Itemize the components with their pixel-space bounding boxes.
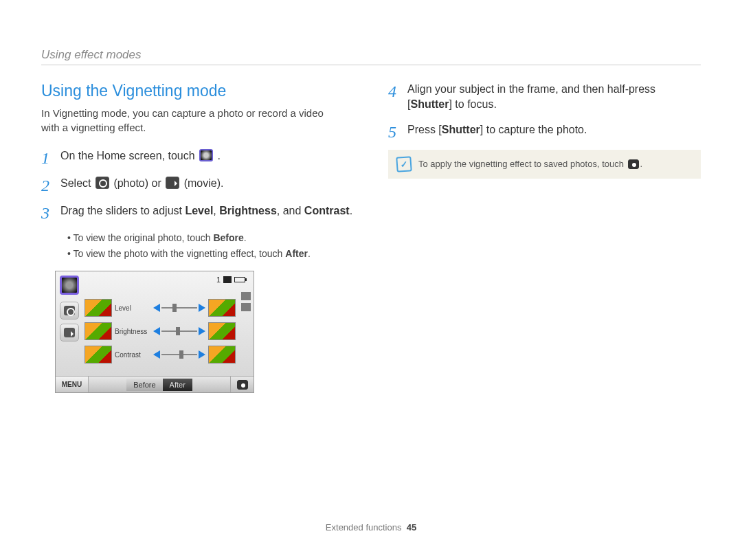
s3-c: , [213,205,219,216]
note-icon: ✓ [396,156,412,172]
menu-button[interactable]: MENU [56,377,89,392]
right-side-icons [241,292,251,311]
vignetting-mode-icon [199,149,213,161]
sub1a: To view the original photo, touch [74,232,214,243]
before-button[interactable]: Before [126,379,162,391]
sub1b: Before [213,232,243,243]
sd-card-icon [223,276,232,283]
left-column: Using the Vignetting mode In Vignetting … [41,82,354,393]
sub2c: . [308,248,311,259]
s5-c: ] to capture the photo. [480,124,587,135]
step-2-text-post: (movie). [184,177,224,189]
step-1-text-post: . [218,150,221,161]
step-4: 4 Align your subject in the frame, and t… [388,82,701,113]
thumb-before [85,299,112,317]
sub-item: To view the photo with the vignetting ef… [67,247,354,261]
thumb-before [85,322,112,340]
indicator-icon [241,292,251,300]
thumb-before [85,346,112,363]
step-2-text-pre: Select [60,177,94,189]
step-number: 4 [388,83,407,100]
section-intro: In Vignetting mode, you can capture a ph… [41,106,337,135]
slider-row-brightness: Brightness [85,322,236,340]
after-button[interactable]: After [163,379,192,391]
step-2: 2 Select (photo) or (movie). [41,176,354,194]
step-5: 5 Press [Shutter] to capture the photo. [388,122,701,140]
right-column: 4 Align your subject in the frame, and t… [388,82,701,393]
contrast-slider[interactable] [153,350,205,359]
saved-photos-icon [628,159,639,169]
thumb-after [208,346,236,363]
thumb-after [208,299,236,317]
movie-mode-button[interactable] [60,324,79,341]
step-1: 1 On the Home screen, touch . [41,148,354,166]
s3-g: . [350,205,352,216]
slider-label: Level [115,304,150,312]
note-pre: To apply the vignetting effect to saved … [418,159,627,169]
step-3-sublist: To view the original photo, touch Before… [67,231,354,261]
page-footer: Extended functions 45 [0,522,742,533]
battery-icon [234,277,245,282]
camera-icon [64,306,75,315]
sub2a: To view the photo with the vignetting ef… [74,248,286,259]
slider-panel: Level Brightness Contrast [85,299,236,369]
step-2-text-mid: (photo) or [113,177,164,189]
slider-row-level: Level [85,299,236,317]
s4-shutter: Shutter [410,98,449,110]
screen-bottom-bar: MENU Before After [56,376,254,392]
status-bar: 1 [216,276,245,284]
movie-icon [166,177,179,189]
step-3: 3 Drag the sliders to adjust Level, Brig… [41,203,354,221]
step-number: 2 [41,177,60,194]
s3-brightness: Brightness [219,205,277,216]
level-slider[interactable] [153,304,205,312]
brightness-slider[interactable] [153,327,205,335]
thumb-after [208,322,236,340]
photo-mode-button[interactable] [60,302,79,320]
screen-body: 1 [56,271,254,376]
note-post: . [640,159,643,169]
sub2b: After [285,248,308,259]
page-number: 45 [407,522,416,533]
movie-icon [64,328,75,337]
section-title: Using the Vignetting mode [41,82,354,100]
sub-item: To view the original photo, touch Before… [67,231,354,245]
shots-counter: 1 [216,276,221,284]
step-number: 1 [41,150,60,166]
s5-shutter: Shutter [442,124,480,135]
footer-label: Extended functions [326,522,402,533]
before-after-toggle: Before After [126,379,192,391]
s5-a: Press [ [407,124,442,135]
s4-c: ] to focus. [449,98,496,110]
slider-label: Contrast [115,351,150,359]
breadcrumb: Using effect modes [41,48,701,65]
note-box: ✓ To apply the vignetting effect to save… [388,150,701,179]
slider-row-contrast: Contrast [85,346,236,363]
s3-e: , and [277,205,304,216]
step-number: 5 [388,124,407,140]
photo-icon [95,177,109,189]
camera-screen: 1 [55,271,254,393]
flash-icon [241,303,251,311]
note-text: To apply the vignetting effect to saved … [418,159,642,169]
step-1-text-pre: On the Home screen, touch [60,150,198,161]
s3-contrast: Contrast [304,205,350,216]
sub1c: . [244,232,247,243]
step-number: 3 [41,205,60,221]
s3-level: Level [185,205,213,216]
s3-a: Drag the sliders to adjust [60,205,185,216]
album-icon [237,380,248,390]
album-button[interactable] [230,377,254,392]
slider-label: Brightness [115,328,150,335]
mode-badge-icon [60,276,79,295]
